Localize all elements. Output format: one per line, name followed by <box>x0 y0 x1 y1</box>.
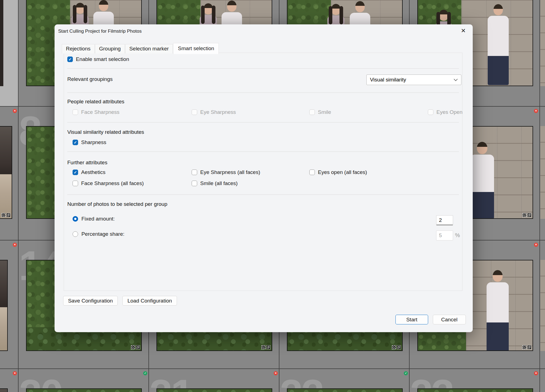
sharpness-checkbox[interactable]: ✓ Sharpness <box>73 139 106 145</box>
thumbnail-badges <box>131 345 140 349</box>
crop-badge-icon <box>527 213 531 217</box>
load-configuration-button[interactable]: Load Configuration <box>122 296 177 306</box>
smile-all-faces-checkbox[interactable]: Smile (all faces) <box>192 180 238 186</box>
person-figure <box>485 270 510 351</box>
adjustments-badge-icon <box>522 213 526 217</box>
reject-flag-icon[interactable]: ✕ <box>13 243 17 247</box>
crop-badge-icon <box>6 213 11 217</box>
pick-flag-icon[interactable]: ✓ <box>404 371 408 375</box>
checkbox-label: Eye Sharpness (all faces) <box>200 169 260 175</box>
tab-grouping[interactable]: Grouping <box>95 44 125 53</box>
eyes-open-all-faces-checkbox[interactable]: Eyes open (all faces) <box>309 169 367 175</box>
relevant-groupings-dropdown[interactable]: Visual similarity <box>366 75 461 85</box>
eye-sharpness-checkbox[interactable]: Eye Sharpness <box>192 109 236 115</box>
relevant-groupings-label: Relevant groupings <box>67 76 113 82</box>
chevron-down-icon <box>454 79 458 81</box>
adjustments-badge-icon <box>261 345 266 349</box>
reject-flag-icon[interactable]: ✕ <box>274 371 278 375</box>
checkbox-label: Face Sharpness <box>81 109 119 115</box>
grid-gutter-line <box>0 368 545 369</box>
checkbox-unchecked-icon[interactable] <box>428 109 433 115</box>
eye-sharpness-all-faces-checkbox[interactable]: Eye Sharpness (all faces) <box>192 169 260 175</box>
tab-rejections[interactable]: Rejections <box>62 44 95 53</box>
photo-thumbnail[interactable] <box>417 388 533 392</box>
photo-thumbnail[interactable] <box>26 388 142 392</box>
photo-thumbnail[interactable] <box>156 388 272 392</box>
checkbox-unchecked-icon[interactable] <box>192 181 197 186</box>
reject-flag-icon[interactable]: ✕ <box>534 109 538 113</box>
thumbnail-badges <box>522 213 531 217</box>
photo-thumbnail[interactable] <box>0 0 3 86</box>
aesthetics-checkbox[interactable]: ✓ Aesthetics <box>73 169 106 175</box>
percent-unit-label: % <box>455 232 460 239</box>
adjustments-badge-icon <box>131 345 135 349</box>
crop-badge-icon <box>397 345 401 349</box>
eyes-open-checkbox[interactable]: Eyes Open <box>428 109 462 115</box>
radio-unselected-icon[interactable] <box>73 231 78 237</box>
grid-gutter-line <box>539 0 540 392</box>
cancel-button[interactable]: Cancel <box>433 315 466 324</box>
fixed-amount-input[interactable] <box>436 215 453 225</box>
separator <box>67 68 459 69</box>
reject-flag-icon[interactable]: ✕ <box>534 243 538 247</box>
checkbox-checked-icon[interactable]: ✓ <box>67 57 73 62</box>
photo-thumbnail[interactable] <box>0 260 8 351</box>
photo-thumbnail[interactable] <box>287 388 403 392</box>
checkbox-unchecked-icon[interactable] <box>192 170 197 175</box>
photo-thumbnail[interactable] <box>540 0 545 86</box>
save-configuration-button[interactable]: Save Configuration <box>63 296 118 306</box>
person-figure <box>487 4 510 85</box>
smile-checkbox[interactable]: Smile <box>309 109 331 115</box>
tab-smart-selection[interactable]: Smart selection <box>173 43 219 54</box>
thumbnail-badges <box>522 345 531 349</box>
enable-smart-selection-checkbox[interactable]: ✓ Enable smart selection <box>67 56 129 62</box>
checkbox-unchecked-icon[interactable] <box>309 170 315 175</box>
pick-flag-icon[interactable]: ✓ <box>143 371 147 375</box>
checkbox-unchecked-icon[interactable] <box>73 181 78 186</box>
photo-thumbnail[interactable] <box>540 126 545 219</box>
tab-content-panel <box>64 53 462 291</box>
visual-attributes-heading: Visual similarity related attributes <box>67 129 144 135</box>
per-group-heading: Number of photos to be selected per grou… <box>67 201 167 207</box>
photo-thumbnail[interactable] <box>540 260 545 351</box>
dialog-tabs: Rejections Grouping Selection marker Sma… <box>62 43 219 53</box>
adjustments-badge-icon <box>1 213 6 217</box>
dropdown-value: Visual similarity <box>370 77 406 83</box>
checkbox-label: Sharpness <box>81 139 106 145</box>
percentage-share-input[interactable] <box>436 230 453 240</box>
face-sharpness-checkbox[interactable]: Face Sharpness <box>73 109 119 115</box>
checkbox-checked-icon[interactable]: ✓ <box>73 140 78 145</box>
separator <box>67 93 459 93</box>
checkbox-label: Aesthetics <box>81 169 106 175</box>
checkbox-label: Smile (all faces) <box>200 180 238 186</box>
close-icon[interactable]: ✕ <box>458 26 468 35</box>
thumbnail-badges <box>261 345 271 349</box>
face-sharpness-all-faces-checkbox[interactable]: Face Sharpness (all faces) <box>73 180 144 186</box>
checkbox-label: Face Sharpness (all faces) <box>81 180 144 186</box>
start-button[interactable]: Start <box>395 315 428 324</box>
photo-thumbnail[interactable] <box>0 126 12 219</box>
crop-badge-icon <box>266 345 271 349</box>
checkbox-checked-icon[interactable]: ✓ <box>73 170 78 175</box>
dialog-title: Start Culling Project for Filmstrip Phot… <box>58 29 142 34</box>
grid-gutter-line <box>18 0 19 392</box>
thumbnail-badges <box>1 213 11 217</box>
separator <box>67 194 459 195</box>
photo-thumbnail[interactable] <box>0 388 8 392</box>
checkbox-unchecked-icon[interactable] <box>309 109 315 115</box>
people-attributes-heading: People related attributes <box>67 99 124 105</box>
person-figure <box>469 142 495 219</box>
reject-flag-icon[interactable]: ✕ <box>534 371 538 375</box>
separator <box>67 122 459 122</box>
percentage-share-radio[interactable]: Percentage share: <box>73 231 124 237</box>
checkbox-unchecked-icon[interactable] <box>192 109 197 115</box>
reject-flag-icon[interactable]: ✕ <box>13 109 17 113</box>
crop-badge-icon <box>136 345 140 349</box>
fixed-amount-radio[interactable]: Fixed amount: <box>73 216 115 222</box>
reject-flag-icon[interactable]: ✕ <box>13 371 17 375</box>
radio-selected-icon[interactable] <box>73 216 78 222</box>
app-window: 8 14 20 21 22 23 <box>0 0 545 392</box>
checkbox-unchecked-icon[interactable] <box>73 109 78 115</box>
tab-selection-marker[interactable]: Selection marker <box>125 44 173 53</box>
checkbox-label: Eye Sharpness <box>200 109 236 115</box>
